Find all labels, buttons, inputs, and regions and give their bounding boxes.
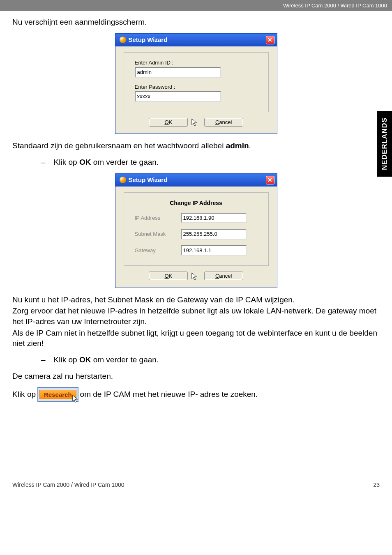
restart-text: De camera zal nu herstarten. (12, 371, 380, 382)
default-credentials-text: Standaard zijn de gebruikersnaam en het … (12, 140, 380, 151)
research-button-label: Research (39, 390, 76, 399)
text-span: Klik op (12, 389, 36, 400)
login-panel: Enter Admin ID : admin Enter Password : … (124, 52, 269, 112)
subnet-mask-label: Subnet Mask (135, 230, 176, 238)
ok-bold: OK (79, 158, 91, 166)
header-bar: Wireless IP Cam 2000 / Wired IP Cam 1000 (0, 0, 392, 11)
bullet-item: – Klik op OK om verder te gaan. (41, 355, 380, 365)
ip-panel: Change IP Address IP Address 192.168.1.9… (124, 192, 269, 266)
text-span: Klik op (54, 158, 79, 166)
setup-wizard-ip-dialog: Setup Wizard ✕ Change IP Address IP Addr… (115, 173, 277, 288)
text-span: Standaard zijn de gebruikersnaam en het … (12, 141, 226, 150)
text-span: om de IP CAM met het nieuwe IP- adres te… (80, 389, 258, 400)
ip-address-label: IP Address (135, 214, 176, 222)
dialog-titlebar: Setup Wizard ✕ (115, 34, 277, 46)
page-content: Nu verschijnt een aanmeldingsscherm. Set… (0, 11, 392, 424)
ok-button[interactable]: OK (149, 272, 188, 280)
ip-explain-2: Zorg ervoor dat het nieuwe IP-adres in h… (12, 306, 380, 327)
admin-id-label: Enter Admin ID : (135, 59, 258, 67)
text-span: . (249, 141, 251, 150)
cancel-button[interactable]: Cancel (204, 118, 243, 127)
intro-text: Nu verschijnt een aanmeldingsscherm. (12, 17, 380, 28)
dialog-title: Setup Wizard (129, 176, 168, 184)
cursor-icon (72, 394, 79, 403)
dialog-title: Setup Wizard (129, 36, 168, 44)
ip-address-input[interactable]: 192.168.1.90 (181, 213, 247, 223)
cursor-icon (191, 272, 198, 281)
wizard-icon (120, 37, 126, 43)
gateway-label: Gateway (135, 247, 176, 254)
research-button[interactable]: Research (37, 387, 78, 402)
page-footer: Wireless IP Cam 2000 / Wired IP Cam 1000… (0, 481, 392, 496)
dialog-titlebar: Setup Wizard ✕ (115, 174, 277, 187)
bullet-item: – Klik op OK om verder te gaan. (41, 157, 380, 168)
password-label: Enter Password : (135, 83, 258, 91)
ip-explain-1: Nu kunt u het IP-adres, het Subnet Mask … (12, 295, 380, 305)
cursor-icon (191, 118, 198, 127)
setup-wizard-login-dialog: Setup Wizard ✕ Enter Admin ID : admin En… (115, 33, 277, 134)
close-icon[interactable]: ✕ (266, 176, 274, 184)
bullet-dash: – (41, 355, 46, 365)
subnet-mask-input[interactable]: 255.255.255.0 (181, 229, 247, 240)
header-product: Wireless IP Cam 2000 / Wired IP Cam 1000 (283, 2, 387, 9)
bullet-dash: – (41, 157, 46, 168)
ok-button[interactable]: OK (149, 118, 188, 127)
password-input[interactable]: xxxxx (135, 91, 221, 102)
gateway-input[interactable]: 192.168.1.1 (181, 245, 247, 256)
wizard-icon (120, 177, 126, 183)
ip-explain-3: Als de IP Cam niet in hetzelfde subnet l… (12, 328, 380, 349)
research-line: Klik op Research om de IP CAM met het ni… (12, 387, 380, 402)
close-icon[interactable]: ✕ (266, 36, 274, 44)
ok-bold: OK (79, 355, 91, 364)
language-side-tab: NEDERLANDS (377, 111, 392, 177)
cancel-button[interactable]: Cancel (204, 272, 243, 280)
footer-product: Wireless IP Cam 2000 / Wired IP Cam 1000 (12, 481, 125, 488)
admin-bold: admin (226, 141, 249, 150)
text-span: Klik op (54, 355, 79, 364)
panel-heading: Change IP Address (135, 199, 258, 207)
page-number: 23 (373, 481, 380, 488)
admin-id-input[interactable]: admin (135, 67, 221, 78)
text-span: om verder te gaan. (91, 355, 159, 364)
text-span: om verder te gaan. (91, 158, 159, 166)
